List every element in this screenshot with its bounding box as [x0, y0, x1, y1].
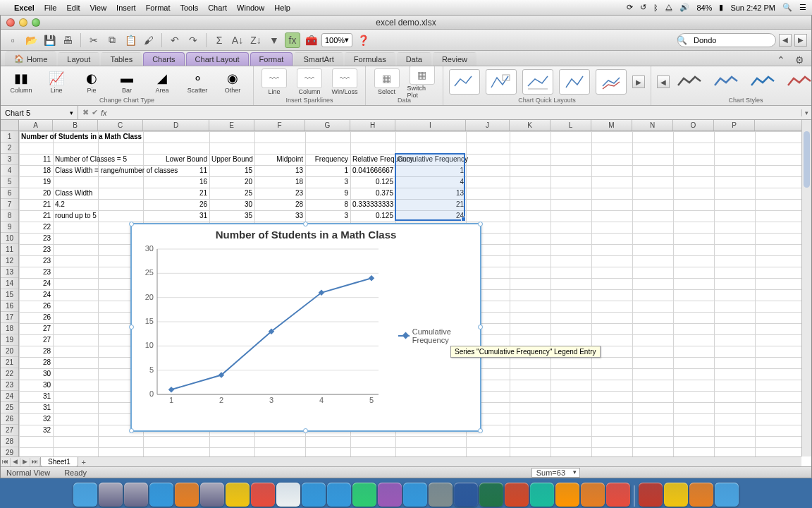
- open-icon[interactable]: 📂: [23, 32, 39, 48]
- col-header-L[interactable]: L: [550, 120, 591, 131]
- tab-nav-last[interactable]: ⏭: [30, 458, 40, 466]
- cell-D4[interactable]: 11: [143, 165, 209, 176]
- col-header-I[interactable]: I: [395, 120, 466, 131]
- cell-H7[interactable]: 0.333333333: [350, 199, 395, 210]
- undo-icon[interactable]: ↶: [167, 32, 183, 48]
- cell-A21[interactable]: 28: [19, 357, 53, 368]
- dock-launchpad-icon[interactable]: [124, 483, 148, 507]
- row-header-9[interactable]: 9: [1, 222, 18, 233]
- row-header-25[interactable]: 25: [1, 402, 18, 413]
- chart-style-option[interactable]: [712, 74, 743, 90]
- cell-A3[interactable]: 11: [19, 154, 53, 165]
- col-header-F[interactable]: F: [254, 120, 305, 131]
- cell-G7[interactable]: 8: [305, 199, 350, 210]
- sparkline-line[interactable]: 〰Line: [259, 68, 289, 95]
- row-header-23[interactable]: 23: [1, 380, 18, 391]
- data-select[interactable]: ▦Select: [372, 68, 402, 95]
- spotlight-icon[interactable]: 🔍: [782, 3, 792, 12]
- cell-B4[interactable]: Class Width = range/number of classes: [53, 165, 98, 176]
- row-header-14[interactable]: 14: [1, 278, 18, 289]
- row-header-8[interactable]: 8: [1, 210, 18, 222]
- dock-trash-icon[interactable]: [715, 483, 739, 507]
- row-header-22[interactable]: 22: [1, 368, 18, 380]
- print-icon[interactable]: 🖶: [60, 32, 75, 48]
- name-box[interactable]: Chart 5▾: [1, 106, 78, 119]
- cell-A17[interactable]: 26: [19, 312, 53, 323]
- scroll-thumb[interactable]: [804, 131, 810, 188]
- row-header-20[interactable]: 20: [1, 346, 18, 357]
- chart-type-line[interactable]: 📈Line: [42, 70, 71, 94]
- tab-formulas[interactable]: Formulas: [345, 52, 395, 66]
- dock-textedit-icon[interactable]: [276, 483, 300, 507]
- cell-D5[interactable]: 16: [143, 176, 209, 188]
- row-header-6[interactable]: 6: [1, 188, 18, 199]
- paste-icon[interactable]: 📋: [123, 32, 138, 48]
- cell-E8[interactable]: 35: [209, 210, 254, 222]
- chart-type-bar[interactable]: ▬Bar: [112, 70, 142, 94]
- autosum-icon[interactable]: Σ: [211, 32, 227, 48]
- row-header-3[interactable]: 3: [1, 154, 18, 165]
- col-header-G[interactable]: G: [305, 120, 350, 131]
- save-icon[interactable]: 💾: [42, 32, 57, 48]
- dock-keynote-icon[interactable]: [555, 483, 579, 507]
- fx-toggle-icon[interactable]: fx: [285, 32, 300, 48]
- cell-A5[interactable]: 19: [19, 176, 53, 188]
- menu-insert[interactable]: Insert: [116, 4, 136, 12]
- row-header-10[interactable]: 10: [1, 233, 18, 244]
- col-header-H[interactable]: H: [350, 120, 395, 131]
- cell-I4[interactable]: 1: [395, 165, 466, 176]
- chart-type-scatter[interactable]: ⚬Scatter: [183, 70, 212, 94]
- cell-H8[interactable]: 0.125: [350, 210, 395, 222]
- chart-title[interactable]: Number of Students in a Math Class: [132, 224, 480, 245]
- tab-nav-next[interactable]: ▶: [20, 458, 30, 466]
- tab-data[interactable]: Data: [397, 52, 431, 66]
- cut-icon[interactable]: ✂: [86, 32, 102, 48]
- close-button[interactable]: [6, 18, 15, 27]
- dock-mail-icon[interactable]: [302, 483, 326, 507]
- row-header-18[interactable]: 18: [1, 323, 18, 334]
- resize-handle[interactable]: [303, 428, 308, 433]
- dock-powerpoint-icon[interactable]: [505, 483, 529, 507]
- cell-G6[interactable]: 9: [305, 188, 350, 199]
- chart-type-other[interactable]: ◉Other: [218, 70, 247, 94]
- cell-A19[interactable]: 27: [19, 334, 53, 346]
- copy-icon[interactable]: ⧉: [104, 32, 120, 48]
- cell-I6[interactable]: 13: [395, 188, 466, 199]
- format-painter-icon[interactable]: 🖌: [141, 32, 156, 48]
- cell-A11[interactable]: 23: [19, 244, 53, 255]
- cell-I7[interactable]: 21: [395, 199, 466, 210]
- style-prev-button[interactable]: ◀: [657, 75, 670, 88]
- timemachine-icon[interactable]: ↺: [640, 3, 646, 12]
- cell-A23[interactable]: 30: [19, 380, 53, 391]
- dock-dashboard-icon[interactable]: [99, 483, 123, 507]
- quick-layout-option[interactable]: [596, 69, 627, 95]
- app-menu[interactable]: Excel: [14, 4, 35, 12]
- quick-layout-option[interactable]: [559, 69, 590, 95]
- confirm-icon[interactable]: ✔: [92, 108, 98, 117]
- cancel-icon[interactable]: ✖: [82, 108, 89, 117]
- new-icon[interactable]: ▫: [5, 32, 20, 48]
- cell-I5[interactable]: 4: [395, 176, 466, 188]
- col-header-O[interactable]: O: [673, 120, 714, 131]
- dock-numbers-icon[interactable]: [530, 483, 554, 507]
- cell-F5[interactable]: 18: [254, 176, 305, 188]
- menu-view[interactable]: View: [90, 4, 106, 12]
- tab-nav-prev[interactable]: ◀: [11, 458, 20, 466]
- cell-A14[interactable]: 24: [19, 278, 53, 289]
- cell-A1[interactable]: Number of Students in a Math Class: [19, 131, 53, 143]
- resize-handle[interactable]: [303, 222, 308, 226]
- dock-settings-icon[interactable]: [429, 483, 453, 507]
- help-icon[interactable]: ❓: [355, 32, 371, 48]
- sort-desc-icon[interactable]: Z↓: [248, 32, 264, 48]
- cell-A22[interactable]: 30: [19, 368, 53, 380]
- cell-I8[interactable]: 24: [395, 210, 466, 222]
- battery-icon[interactable]: ▮: [719, 3, 723, 12]
- chart-type-column[interactable]: ▮▮Column: [6, 70, 36, 94]
- cell-A24[interactable]: 31: [19, 391, 53, 402]
- row-header-16[interactable]: 16: [1, 301, 18, 312]
- sync-icon[interactable]: ⟳: [627, 3, 633, 12]
- cell-A20[interactable]: 28: [19, 346, 53, 357]
- cell-A7[interactable]: 21: [19, 199, 53, 210]
- resize-handle[interactable]: [129, 428, 134, 433]
- data-switch-plot[interactable]: ▦Switch Plot: [407, 65, 437, 99]
